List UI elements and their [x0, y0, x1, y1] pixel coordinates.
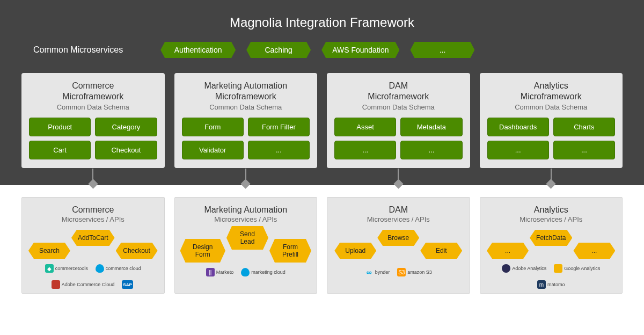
- microservice-caching: Caching: [246, 42, 311, 58]
- api-title: DAM: [333, 205, 464, 215]
- schema-chip: Dashboards: [487, 118, 549, 136]
- lower-panel: CommerceMicroservices / APIsSearchAddToC…: [0, 185, 644, 294]
- schema-chip-grid: FormForm FilterValidator...: [182, 118, 310, 159]
- schema-chip-grid: DashboardsCharts......: [487, 118, 616, 159]
- vendor-logo-label: Google Analytics: [564, 266, 600, 271]
- apis-row: CommerceMicroservices / APIsSearchAddToC…: [21, 185, 623, 294]
- api-hex: Form Prefill: [269, 239, 311, 263]
- microframework-card: AnalyticsMicroframeworkCommon Data Schem…: [480, 73, 623, 168]
- microframework-title: DAMMicroframework: [334, 81, 463, 102]
- api-card: CommerceMicroservices / APIsSearchAddToC…: [21, 197, 165, 294]
- amazon-s3-icon: S3: [397, 268, 406, 276]
- vendor-logo: Adobe Analytics: [502, 264, 546, 273]
- commerce-cloud-icon: [96, 264, 104, 273]
- bynder-icon: ∞: [365, 268, 374, 276]
- api-hex-row: UploadBrowseEdit: [333, 229, 464, 260]
- api-hex-row: Design FormSend LeadForm Prefill: [180, 229, 312, 260]
- api-hex: ...: [487, 243, 529, 259]
- google-analytics-icon: [554, 264, 562, 273]
- schema-chip: ...: [400, 141, 462, 159]
- adobe-analytics-icon: [502, 264, 510, 273]
- adobe-commerce-cloud-icon: [52, 280, 60, 289]
- microframework-title: AnalyticsMicroframework: [487, 81, 616, 102]
- microservices-label: Common Microservices: [33, 45, 123, 55]
- schema-chip: Cart: [29, 141, 91, 159]
- microframework-card: CommerceMicroframeworkCommon Data Schema…: [21, 73, 165, 168]
- api-hex: ...: [573, 243, 615, 259]
- vendor-logo-label: Adobe Commerce Cloud: [62, 282, 115, 287]
- vendor-logo-row: ||Marketomarketing cloud: [180, 264, 312, 280]
- schema-chip: ...: [487, 141, 549, 159]
- schema-chip: Category: [95, 118, 157, 136]
- microframework-subtitle: Common Data Schema: [29, 103, 157, 111]
- microservice-more: ...: [410, 42, 474, 58]
- microframework-subtitle: Common Data Schema: [334, 103, 463, 111]
- upper-panel: Magnolia Integration Framework Common Mi…: [0, 0, 644, 185]
- schema-chip: Metadata: [400, 118, 462, 136]
- vendor-logo: ◆commercetools: [45, 264, 88, 273]
- vendor-logo-row: Adobe AnalyticsGoogle Analyticsmmatomo: [486, 264, 617, 289]
- api-card: AnalyticsMicroservices / APIs...FetchDat…: [480, 197, 623, 294]
- vendor-logo: mmatomo: [537, 280, 565, 289]
- vendor-logo-label: amazon S3: [407, 270, 432, 275]
- schema-chip: ...: [248, 141, 310, 159]
- api-hex-row: ...FetchData...: [486, 229, 617, 260]
- vendor-logo-row: ◆commercetoolscommerce cloudAdobe Commer…: [27, 264, 159, 289]
- matomo-icon: m: [537, 280, 546, 289]
- api-subtitle: Microservices / APIs: [333, 215, 464, 223]
- vendor-logo: ||Marketo: [206, 268, 234, 276]
- api-hex: Edit: [420, 243, 462, 259]
- api-title: Analytics: [486, 205, 617, 215]
- schema-chip-grid: AssetMetadata......: [334, 118, 463, 159]
- marketo-icon: ||: [206, 268, 215, 276]
- api-hex: AddToCart: [71, 230, 115, 246]
- sap-icon: SAP: [122, 280, 133, 289]
- api-hex: Design Form: [180, 239, 225, 263]
- vendor-logo-label: bynder: [375, 270, 390, 275]
- api-title: Commerce: [27, 205, 159, 215]
- microframework-card: DAMMicroframeworkCommon Data SchemaAsset…: [327, 73, 470, 168]
- schema-chip-grid: ProductCategoryCartCheckout: [29, 118, 157, 159]
- microframework-card: Marketing AutomationMicroframeworkCommon…: [174, 73, 318, 168]
- microservice-aws-foundation: AWS Foundation: [321, 42, 399, 58]
- microframework-title: Marketing AutomationMicroframework: [182, 81, 310, 102]
- api-card: Marketing AutomationMicroservices / APIs…: [174, 197, 318, 294]
- schema-chip: Product: [29, 118, 91, 136]
- api-hex: FetchData: [530, 230, 572, 246]
- common-microservices-row: Common Microservices Authentication Cach…: [21, 42, 623, 58]
- schema-chip: Validator: [182, 141, 244, 159]
- vendor-logo-label: commercetools: [55, 266, 88, 271]
- api-hex: Send Lead: [226, 226, 268, 250]
- api-hex: Checkout: [116, 243, 158, 259]
- marketing-cloud-icon: [241, 268, 250, 276]
- vendor-logo-label: commerce cloud: [106, 266, 141, 271]
- schema-chip: ...: [553, 141, 615, 159]
- microframework-title: CommerceMicroframework: [29, 81, 157, 102]
- schema-chip: Asset: [334, 118, 396, 136]
- schema-chip: Form Filter: [248, 118, 310, 136]
- vendor-logo: Google Analytics: [554, 264, 600, 273]
- api-subtitle: Microservices / APIs: [486, 215, 617, 223]
- microservice-authentication: Authentication: [160, 42, 236, 58]
- commercetools-icon: ◆: [45, 264, 54, 273]
- vendor-logo-label: Adobe Analytics: [512, 266, 546, 271]
- api-hex: Browse: [377, 230, 419, 246]
- api-hex: Upload: [334, 243, 376, 259]
- schema-chip: Form: [182, 118, 244, 136]
- api-card: DAMMicroservices / APIsUploadBrowseEdit∞…: [327, 197, 470, 294]
- vendor-logo-label: Marketo: [216, 270, 234, 275]
- vendor-logo: commerce cloud: [96, 264, 141, 273]
- vendor-logo: Adobe Commerce Cloud: [52, 280, 115, 289]
- diagram-title: Magnolia Integration Framework: [21, 15, 623, 30]
- vendor-logo: SAP: [122, 280, 134, 289]
- vendor-logo: marketing cloud: [241, 268, 286, 276]
- vendor-logo: S3amazon S3: [397, 268, 432, 276]
- microframework-subtitle: Common Data Schema: [487, 103, 616, 111]
- vendor-logo-label: matomo: [547, 282, 565, 287]
- vendor-logo: ∞bynder: [365, 268, 390, 276]
- api-title: Marketing Automation: [180, 205, 312, 215]
- api-subtitle: Microservices / APIs: [180, 215, 312, 223]
- microframeworks-row: CommerceMicroframeworkCommon Data Schema…: [21, 73, 623, 168]
- api-hex: Search: [28, 243, 70, 259]
- schema-chip: ...: [334, 141, 396, 159]
